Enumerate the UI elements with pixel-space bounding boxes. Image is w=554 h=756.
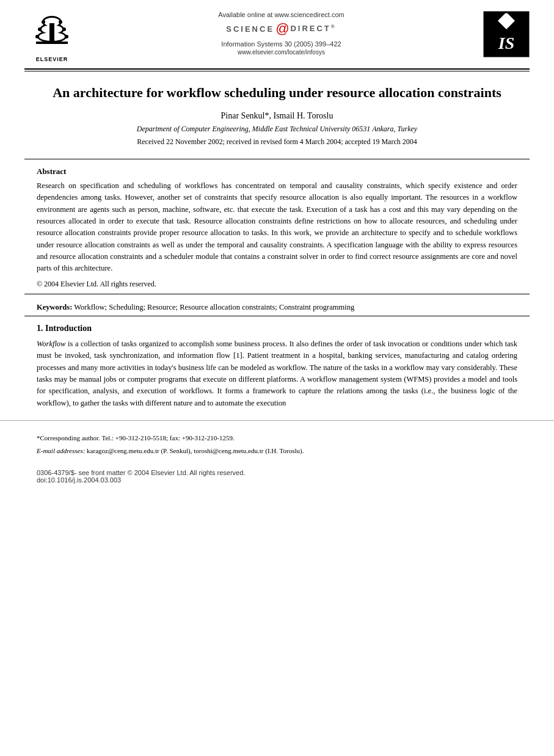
- is-logo-icon: IS: [483, 11, 530, 57]
- header-divider-top: [24, 68, 530, 70]
- introduction-section: 1. Introduction Workflow is a collection…: [0, 316, 554, 414]
- title-section: An architecture for workflow scheduling …: [0, 71, 554, 159]
- journal-url: www.elsevier.com/locate/infosys: [86, 49, 477, 56]
- copyright: © 2004 Elsevier Ltd. All rights reserved…: [37, 280, 517, 289]
- footnotes-section: *Corresponding author. Tel.: +90-312-210…: [0, 420, 554, 464]
- svg-point-9: [42, 20, 45, 24]
- svg-point-14: [65, 35, 68, 38]
- intro-title: 1. Introduction: [37, 324, 517, 333]
- svg-point-12: [62, 27, 66, 31]
- svg-point-13: [35, 35, 39, 38]
- elsevier-tree-icon: [30, 11, 74, 55]
- abstract-section: Abstract Research on specification and s…: [0, 159, 554, 294]
- keywords-section: Keywords: Workflow; Scheduling; Resource…: [0, 294, 554, 316]
- elsevier-logo: ELSEVIER: [24, 11, 79, 62]
- svg-point-11: [38, 27, 42, 31]
- footer-bottom: 0306-4379/$- see front matter © 2004 Els…: [0, 464, 554, 484]
- intro-paragraph: Workflow is a collection of tasks organi…: [37, 338, 517, 409]
- svg-text:IS: IS: [498, 34, 514, 53]
- header-center: Available online at www.sciencedirect.co…: [79, 11, 483, 56]
- page: ELSEVIER Available online at www.science…: [0, 0, 554, 756]
- email-label: E-mail addresses:: [37, 447, 85, 454]
- authors: Pinar Senkul*, Ismail H. Toroslu: [37, 111, 517, 121]
- abstract-heading: Abstract: [37, 167, 517, 176]
- affiliation: Department of Computer Engineering, Midd…: [37, 125, 517, 134]
- svg-point-10: [59, 20, 62, 24]
- at-symbol: @: [275, 21, 289, 37]
- email-addresses: karagoz@ceng.metu.edu.tr (P. Senkul), to…: [87, 447, 304, 454]
- is-logo-area: IS: [483, 11, 530, 57]
- footnote-email: E-mail addresses: karagoz@ceng.metu.edu.…: [37, 446, 517, 456]
- abstract-text: Research on specification and scheduling…: [37, 180, 517, 275]
- elsevier-label: ELSEVIER: [36, 56, 68, 62]
- sciencedirect-logo: SCIENCE @ DIRECT®: [86, 21, 477, 37]
- journal-info: Information Systems 30 (2005) 399–422: [86, 40, 477, 48]
- keywords-label: Keywords:: [37, 303, 72, 311]
- intro-text-rest: is a collection of tasks organized to ac…: [37, 340, 517, 407]
- workflow-italic: Workflow: [37, 340, 65, 348]
- available-online-text: Available online at www.sciencedirect.co…: [86, 11, 477, 18]
- keywords-line: Keywords: Workflow; Scheduling; Resource…: [37, 303, 517, 312]
- footnote-corresponding: *Corresponding author. Tel.: +90-312-210…: [37, 433, 517, 443]
- received-dates: Received 22 November 2002; received in r…: [37, 137, 517, 147]
- header: ELSEVIER Available online at www.science…: [0, 0, 554, 68]
- keywords-values: Workflow; Scheduling; Resource; Resource…: [74, 303, 354, 311]
- svg-rect-8: [49, 23, 54, 42]
- footer-line2: doi:10.1016/j.is.2004.03.003: [37, 476, 517, 484]
- direct-text: DIRECT®: [290, 24, 336, 33]
- article-title: An architecture for workflow scheduling …: [37, 84, 517, 103]
- footer-line1: 0306-4379/$- see front matter © 2004 Els…: [37, 469, 517, 476]
- science-text: SCIENCE: [226, 24, 274, 34]
